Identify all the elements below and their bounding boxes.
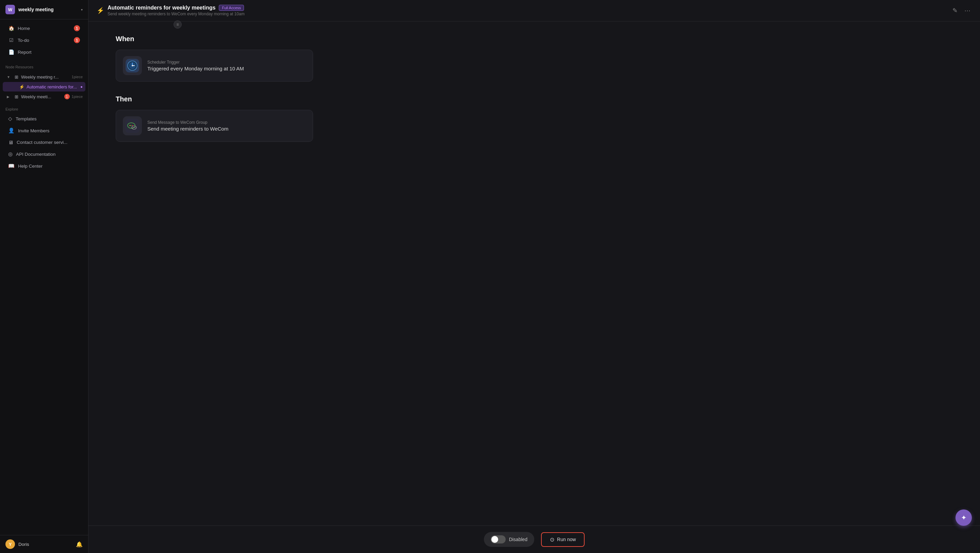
workspace-name: weekly meeting <box>18 7 78 12</box>
todo-badge: 1 <box>74 37 80 43</box>
tree-piece-2: 1piece <box>72 95 83 99</box>
home-badge: 1 <box>74 25 80 31</box>
svg-point-13 <box>135 127 135 128</box>
sidebar-item-report-label: Report <box>18 50 32 55</box>
toggle-label: Disabled <box>509 537 527 542</box>
tree-piece-1: 1piece <box>72 75 83 79</box>
toggle-sidebar-button[interactable]: ≡ <box>173 21 182 29</box>
sidebar-item-templates[interactable]: ◇ Templates <box>3 113 86 124</box>
toggle-switch[interactable] <box>491 536 506 543</box>
explore-label: Explore <box>0 103 88 113</box>
svg-point-12 <box>134 127 134 128</box>
action-card-label: Send Message to WeCom Group <box>147 120 228 125</box>
svg-point-11 <box>133 127 134 128</box>
run-now-button[interactable]: ⊙ Run now <box>541 532 585 547</box>
scheduler-icon-wrap <box>123 56 142 75</box>
sidebar-item-todo-label: To-do <box>18 38 29 43</box>
wecom-icon-wrap <box>123 116 142 135</box>
bell-icon[interactable]: 🔔 <box>76 541 83 548</box>
topbar-actions: ✎ ⋯ <box>951 5 972 16</box>
workflow-area: When Scheduler Trigger Triggered every M… <box>89 21 980 526</box>
tree-item-weekly-meeting-r[interactable]: ▼ ⊞ Weekly meeting r... 1piece <box>3 72 86 82</box>
run-now-label: Run now <box>557 537 576 542</box>
help-label: Help Center <box>18 164 43 169</box>
api-label: API Documentation <box>16 152 56 157</box>
api-icon: ◎ <box>8 151 13 157</box>
grid-icon-2: ⊞ <box>14 94 19 99</box>
run-icon: ⊙ <box>550 536 554 543</box>
topbar: ⚡ Automatic reminders for weekly meeting… <box>89 0 980 21</box>
tree-badge-1: 1 <box>64 94 70 99</box>
tree-item-weekly-meeti[interactable]: ▶ ⊞ Weekly meeti... 1 1piece <box>3 92 86 101</box>
active-dot: ● <box>80 85 83 89</box>
report-icon: 📄 <box>8 49 14 55</box>
action-card[interactable]: Send Message to WeCom Group Send meeting… <box>116 110 313 142</box>
topbar-subtitle: Send weekly meeting reminders to WeCom e… <box>108 11 948 16</box>
trigger-card-value: Triggered every Monday morning at 10 AM <box>147 66 244 72</box>
topbar-title-text: Automatic reminders for weekly meetings <box>108 5 215 11</box>
support-icon: 🖥 <box>8 140 13 145</box>
workspace-avatar: W <box>5 5 15 14</box>
fab-icon: ✦ <box>961 513 967 522</box>
help-icon: 📖 <box>8 163 14 169</box>
node-resources-tree: ▼ ⊞ Weekly meeting r... 1piece ⚡ Automat… <box>0 70 88 103</box>
user-name: Doris <box>18 542 73 547</box>
action-card-value: Send meeting reminders to WeCom <box>147 126 228 132</box>
scheduler-icon <box>126 59 139 72</box>
explore-section: ◇ Templates 👤 Invite Members 🖥 Contact c… <box>0 113 88 172</box>
wecom-icon <box>125 119 140 133</box>
fab-button[interactable]: ✦ <box>956 510 972 526</box>
topbar-lightning-icon: ⚡ <box>97 7 104 14</box>
home-icon: 🏠 <box>8 25 14 31</box>
sidebar-item-report[interactable]: 📄 Report <box>3 46 86 58</box>
checkbox-icon: ☑ <box>8 37 14 43</box>
sidebar-item-home-label: Home <box>18 26 30 31</box>
node-resources-label: Node Resources <box>0 61 88 70</box>
support-label: Contact customer servi... <box>17 140 67 145</box>
templates-icon: ◇ <box>8 116 12 122</box>
grid-icon: ⊞ <box>14 74 19 79</box>
edit-button[interactable]: ✎ <box>951 5 959 16</box>
svg-point-7 <box>130 125 130 126</box>
when-section-title: When <box>116 35 953 43</box>
sidebar: W weekly meeting ▾ 🏠 Home 1 ☑ To-do 1 📄 … <box>0 0 89 553</box>
main-nav: 🏠 Home 1 ☑ To-do 1 📄 Report <box>0 19 88 61</box>
full-access-badge: Full Access <box>219 5 244 11</box>
trigger-card-label: Scheduler Trigger <box>147 60 244 65</box>
sidebar-item-api-docs[interactable]: ◎ API Documentation <box>3 148 86 160</box>
sidebar-item-invite-members[interactable]: 👤 Invite Members <box>3 125 86 137</box>
tree-label-auto-reminders: Automatic reminders for... <box>27 84 78 89</box>
disabled-toggle[interactable]: Disabled <box>484 532 534 547</box>
sidebar-footer: Y Doris 🔔 <box>0 535 88 553</box>
sidebar-item-help-center[interactable]: 📖 Help Center <box>3 160 86 172</box>
topbar-title-section: Automatic reminders for weekly meetings … <box>108 5 948 16</box>
then-section-title: Then <box>116 95 953 103</box>
more-options-button[interactable]: ⋯ <box>963 5 972 16</box>
templates-label: Templates <box>16 116 37 121</box>
chevron-down-icon: ▾ <box>81 8 83 11</box>
tree-item-automatic-reminders[interactable]: ⚡ Automatic reminders for... ● <box>3 82 86 92</box>
topbar-title: Automatic reminders for weekly meetings … <box>108 5 948 11</box>
tree-label-weekly-meeti: Weekly meeti... <box>21 94 62 99</box>
trigger-card[interactable]: Scheduler Trigger Triggered every Monday… <box>116 50 313 82</box>
trigger-card-text: Scheduler Trigger Triggered every Monday… <box>147 60 244 72</box>
action-card-text: Send Message to WeCom Group Send meeting… <box>147 120 228 132</box>
invite-icon: 👤 <box>8 127 14 133</box>
workspace-selector[interactable]: W weekly meeting ▾ <box>0 0 88 19</box>
main-content: ≡ ⚡ Automatic reminders for weekly meeti… <box>89 0 980 553</box>
invite-label: Invite Members <box>18 128 49 133</box>
sidebar-item-contact-support[interactable]: 🖥 Contact customer servi... <box>3 137 86 148</box>
toggle-sidebar-icon: ≡ <box>176 22 179 27</box>
svg-point-4 <box>132 65 133 66</box>
sidebar-item-home[interactable]: 🏠 Home 1 <box>3 22 86 34</box>
user-avatar: Y <box>5 539 15 549</box>
lightning-icon: ⚡ <box>19 84 24 89</box>
svg-point-8 <box>131 125 132 126</box>
sidebar-item-todo[interactable]: ☑ To-do 1 <box>3 34 86 46</box>
tree-toggle-expand: ▼ <box>7 75 11 79</box>
toggle-knob <box>492 536 498 543</box>
bottom-bar: Disabled ⊙ Run now <box>89 526 980 553</box>
tree-label-weekly-r: Weekly meeting r... <box>21 75 70 79</box>
tree-toggle-collapsed: ▶ <box>7 95 11 99</box>
